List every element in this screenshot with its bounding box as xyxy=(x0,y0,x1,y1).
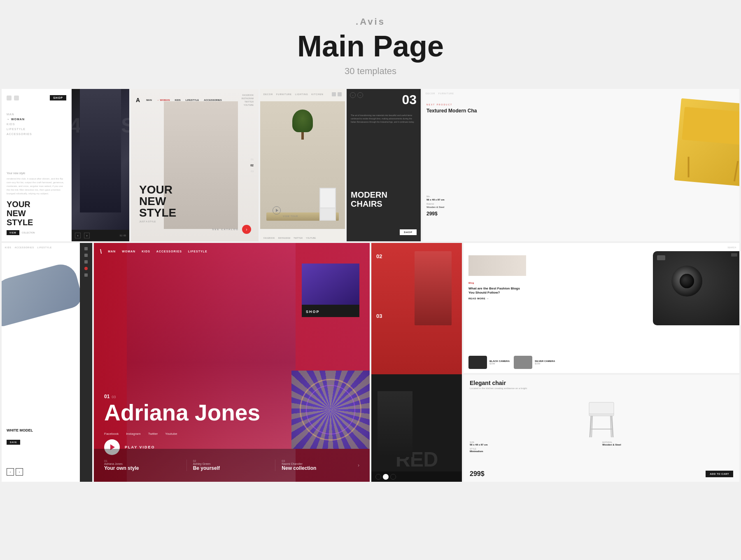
spec-dim: Size 56 x 48 x 87 cm xyxy=(470,441,601,446)
social-fb[interactable]: FACEBOOK xyxy=(263,237,275,239)
social-yt[interactable]: YOUTUBE xyxy=(244,104,254,106)
play-btn[interactable] xyxy=(273,206,281,215)
chair-price: 299$ xyxy=(426,211,445,217)
page-title: Main Page xyxy=(0,31,741,61)
dot-left[interactable]: ‹ xyxy=(350,92,356,98)
nav-lifestyle[interactable]: LIFESTYLE xyxy=(186,99,199,101)
nav-lifestyle[interactable]: LIFESTYLE xyxy=(7,128,66,131)
sidebar-icon-4 xyxy=(84,273,88,277)
nav-lifestyle[interactable]: LIFESTYLE xyxy=(188,250,207,253)
dot-right[interactable]: › xyxy=(357,92,363,98)
social-fb[interactable]: FACEBOOK xyxy=(242,94,254,96)
nav-kids[interactable]: KIDS xyxy=(175,99,180,101)
card-fashion-left: SHOP MAN → WOMAN KIDS LIFESTYLE ACCESSOR… xyxy=(2,89,129,241)
bonsai-tree xyxy=(292,110,313,138)
chair-title: Textured Modern Cha xyxy=(426,108,673,114)
t3-title: New collection xyxy=(282,465,358,471)
top-nav: A MAN → WOMAN KIDS LIFESTYLE ACCESSORIES… xyxy=(136,94,254,106)
nav-woman[interactable]: WOMAN xyxy=(122,250,135,253)
collection-link[interactable]: COLLECTION xyxy=(22,231,35,234)
nav-furniture[interactable]: FURNITURE xyxy=(276,93,292,96)
shop-btn[interactable]: SHOP xyxy=(400,229,417,235)
see-catalog-text: SEE CATALOG xyxy=(212,228,239,231)
card-adriana-jones: \ MAN WOMAN KIDS ACCESSORIES LIFESTYLE S… xyxy=(94,243,370,482)
neon-visual xyxy=(291,371,370,449)
nav-decor[interactable]: DECOR xyxy=(263,93,273,96)
nav-lighting[interactable]: LIGHTING xyxy=(295,93,308,96)
nav-kids[interactable]: KIDS xyxy=(142,250,150,253)
page-subtitle: 30 templates xyxy=(0,66,741,77)
shop-button[interactable]: SHOP xyxy=(50,95,66,100)
nav-kitchen[interactable]: KITCHEN xyxy=(312,93,324,96)
social-tw[interactable]: TWITTER xyxy=(294,237,303,239)
soc-fb[interactable]: Facebook xyxy=(104,432,119,436)
catalog-btn[interactable]: › xyxy=(242,225,251,234)
prev-arrow[interactable]: ‹ xyxy=(75,233,81,238)
add-to-cart-btn[interactable]: ADD TO CART xyxy=(706,471,733,477)
nav-man[interactable]: MAN xyxy=(146,99,152,101)
sneakers-nav: KIDS ACCESSORIES LIFESTYLE xyxy=(5,246,63,249)
action-row: SAVE xyxy=(7,440,20,445)
social-row: Facebook Instagram Twitter Youtube xyxy=(104,432,177,436)
nav-accessories: ACCESSORIES xyxy=(15,246,34,249)
product-silver-camera: SILVER CAMERA $399 xyxy=(514,356,555,369)
svg-line-3 xyxy=(612,416,613,437)
desc-text: The art of transforming raw materials in… xyxy=(351,114,417,124)
nav-accessories[interactable]: ACCESSORIES xyxy=(7,133,66,135)
sneakers-content: KIDS ACCESSORIES LIFESTYLE AKERS WHITE M… xyxy=(2,243,80,482)
icon-2 xyxy=(338,92,342,96)
current-num: 01 xyxy=(104,394,110,399)
t2-title: Be yourself xyxy=(193,465,269,471)
model-label: WHITE MODEL xyxy=(7,428,33,432)
person-silhouette xyxy=(80,89,121,212)
nav-lifestyle: LIFESTYLE xyxy=(37,246,52,249)
brand-name: .Avis xyxy=(356,16,385,27)
page-2: 02 xyxy=(250,164,254,167)
slide-number: 03 xyxy=(402,92,417,107)
thumb-arrow[interactable]: › xyxy=(358,462,359,468)
silver-camera-price: $399 xyxy=(535,362,555,365)
next-arrow[interactable]: › xyxy=(84,233,90,238)
nav-kids[interactable]: KIDS xyxy=(7,123,66,126)
soc-ig[interactable]: Instagram xyxy=(126,432,141,436)
social-yt[interactable]: YOUTUBE xyxy=(306,237,316,239)
social-ig[interactable]: INSTAGRAM xyxy=(278,237,290,239)
pagination: ‹ › xyxy=(7,468,23,476)
card-elegant-chair: Elegant chair Located in the kitchen cre… xyxy=(464,375,739,482)
save-btn[interactable]: SAVE xyxy=(7,440,20,445)
nav-woman[interactable]: → WOMAN xyxy=(7,118,66,121)
dot-active xyxy=(383,474,389,480)
product-black-camera: BLACK CAMERA $299 xyxy=(468,356,510,369)
view-tour[interactable]: VIEW TOUR xyxy=(283,215,298,217)
view-button[interactable]: VIEW xyxy=(7,230,19,235)
logo: \ xyxy=(100,248,102,255)
soc-yt[interactable]: Youtube xyxy=(165,432,177,436)
shop-card-img xyxy=(302,264,359,305)
camera-dial xyxy=(731,253,737,257)
next-page[interactable]: › xyxy=(16,468,23,476)
card-textured-chair: DECOR FURNITURE NEXT PRODUCT Textured Mo… xyxy=(422,89,739,241)
tagline: YOURNEWSTYLE JUST A STYLE xyxy=(139,184,176,223)
lens-inner xyxy=(680,274,694,288)
blog-label: Blog xyxy=(468,282,474,284)
silver-camera-info: SILVER CAMERA $399 xyxy=(535,360,555,365)
nav-woman[interactable]: → WOMAN xyxy=(157,99,170,101)
nav-accessories[interactable]: ACCESSORIES xyxy=(156,250,182,253)
nav-accessories[interactable]: ACCESSORIES xyxy=(204,99,222,101)
shop-label[interactable]: SHOP xyxy=(306,310,320,314)
social-tw[interactable]: TWITTER xyxy=(245,100,254,103)
soc-tw[interactable]: Twitter xyxy=(148,432,158,436)
logo: A xyxy=(136,97,140,103)
nav-man[interactable]: MAN xyxy=(108,250,116,253)
svg-line-2 xyxy=(590,416,591,437)
chair xyxy=(316,188,339,221)
furniture-nav: DECOR FURNITURE LIGHTING KITCHEN xyxy=(263,92,342,96)
social-ig[interactable]: INSTAGRAM xyxy=(242,97,254,100)
slide-num: 01 / 05 xyxy=(120,234,126,237)
prev-page[interactable]: ‹ xyxy=(7,468,14,476)
nav-man[interactable]: MAN xyxy=(7,113,66,116)
read-more[interactable]: READ MORE → xyxy=(468,297,526,300)
sneaker-image xyxy=(2,272,80,329)
furniture-desc: The art of transforming raw materials in… xyxy=(351,114,417,124)
your-new-style-heading: YOURNEWSTYLE xyxy=(7,200,66,227)
